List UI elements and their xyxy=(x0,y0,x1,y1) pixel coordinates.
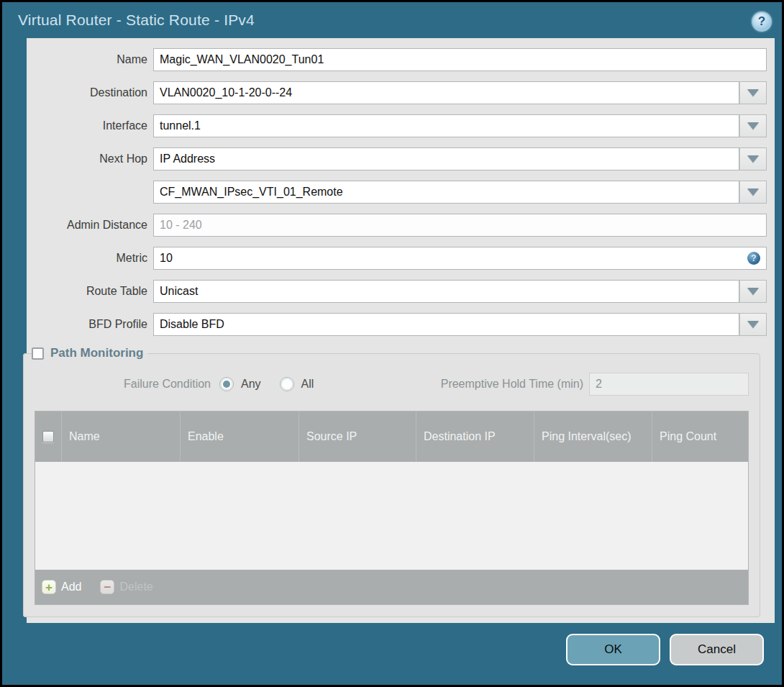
bfd-profile-input[interactable] xyxy=(153,313,739,336)
metric-label: Metric xyxy=(27,252,147,265)
route-table-row: Route Table xyxy=(27,280,767,303)
path-monitoring-group: Path Monitoring Failure Condition Any Al… xyxy=(23,346,760,617)
name-label: Name xyxy=(27,53,147,66)
interface-input[interactable] xyxy=(153,114,739,137)
ok-button[interactable]: OK xyxy=(566,634,660,665)
select-all-cell xyxy=(35,411,62,462)
dialog-body: Name Destination Interface xyxy=(27,38,775,623)
destination-input[interactable] xyxy=(153,81,739,104)
route-table-dropdown-button[interactable] xyxy=(739,280,767,303)
chevron-down-icon xyxy=(747,89,759,96)
failure-condition-option-all: All xyxy=(280,377,314,391)
bfd-profile-row: BFD Profile xyxy=(27,313,767,336)
add-button-label: Add xyxy=(61,581,81,593)
chevron-down-icon xyxy=(747,321,759,328)
column-header-ping-interval[interactable]: Ping Interval(sec) xyxy=(534,411,652,462)
preemptive-hold-time-label: Preemptive Hold Time (min) xyxy=(441,378,583,391)
chevron-down-icon xyxy=(747,155,759,163)
radio-all[interactable] xyxy=(280,377,294,391)
radio-any-label: Any xyxy=(241,378,261,391)
column-header-ping-count[interactable]: Ping Count xyxy=(652,411,748,462)
interface-label: Interface xyxy=(27,119,147,132)
path-monitoring-checkbox[interactable] xyxy=(32,347,44,360)
next-hop-address-row xyxy=(27,181,767,204)
chevron-down-icon xyxy=(747,188,759,196)
table-toolbar: + Add − Delete xyxy=(35,570,748,604)
admin-distance-label: Admin Distance xyxy=(27,219,147,232)
dialog-actions: OK Cancel xyxy=(566,634,764,665)
next-hop-label: Next Hop xyxy=(27,153,147,165)
preemptive-hold-time-input[interactable] xyxy=(589,373,749,396)
titlebar: Virtual Router - Static Route - IPv4 xyxy=(2,2,782,38)
path-monitoring-table: Name Enable Source IP Destination IP Pin… xyxy=(35,411,749,605)
path-monitoring-legend: Path Monitoring xyxy=(32,346,147,360)
chevron-down-icon xyxy=(747,288,759,295)
next-hop-address-dropdown-button[interactable] xyxy=(739,181,767,204)
destination-dropdown-button[interactable] xyxy=(739,81,767,104)
radio-any[interactable] xyxy=(219,377,234,391)
name-row: Name xyxy=(27,48,767,71)
path-monitoring-title: Path Monitoring xyxy=(50,346,143,360)
radio-all-label: All xyxy=(301,378,314,391)
route-table-label: Route Table xyxy=(27,285,147,298)
preemptive-hold-time-group: Preemptive Hold Time (min) xyxy=(441,373,749,396)
static-route-dialog: Virtual Router - Static Route - IPv4 ? N… xyxy=(2,2,782,685)
admin-distance-input[interactable] xyxy=(153,214,767,237)
column-header-source-ip[interactable]: Source IP xyxy=(299,411,416,462)
metric-help-icon[interactable]: ? xyxy=(747,252,760,265)
add-button[interactable]: + Add xyxy=(42,580,81,594)
destination-label: Destination xyxy=(27,86,147,99)
dialog-title: Virtual Router - Static Route - IPv4 xyxy=(18,12,255,29)
interface-row: Interface xyxy=(27,114,767,137)
table-header-row: Name Enable Source IP Destination IP Pin… xyxy=(35,411,748,462)
cancel-button[interactable]: Cancel xyxy=(670,634,764,665)
next-hop-type-input[interactable] xyxy=(153,147,739,170)
failure-condition-row: Failure Condition Any All Preemptive Hol… xyxy=(35,372,749,396)
destination-row: Destination xyxy=(27,81,767,104)
metric-row: Metric ? xyxy=(27,247,767,270)
next-hop-type-dropdown-button[interactable] xyxy=(739,147,767,170)
bfd-profile-label: BFD Profile xyxy=(27,318,147,331)
next-hop-address-input[interactable] xyxy=(153,181,739,204)
delete-button-label: Delete xyxy=(119,581,152,593)
delete-icon: − xyxy=(100,580,114,594)
table-body-empty xyxy=(35,462,748,570)
failure-condition-label: Failure Condition xyxy=(35,378,211,391)
name-input[interactable] xyxy=(153,48,767,71)
add-icon: + xyxy=(42,580,56,594)
interface-dropdown-button[interactable] xyxy=(739,114,767,137)
admin-distance-row: Admin Distance xyxy=(27,214,767,237)
dialog-window: Virtual Router - Static Route - IPv4 ? N… xyxy=(0,0,784,687)
select-all-checkbox[interactable] xyxy=(42,431,54,442)
delete-button[interactable]: − Delete xyxy=(100,580,152,594)
next-hop-row: Next Hop xyxy=(27,147,767,170)
column-header-destination-ip[interactable]: Destination IP xyxy=(416,411,534,462)
route-table-input[interactable] xyxy=(153,280,739,303)
column-header-name[interactable]: Name xyxy=(62,411,181,462)
bfd-profile-dropdown-button[interactable] xyxy=(739,313,767,336)
column-header-enable[interactable]: Enable xyxy=(181,411,299,462)
chevron-down-icon xyxy=(747,122,759,129)
metric-input[interactable] xyxy=(153,247,767,270)
failure-condition-option-any: Any xyxy=(219,377,261,391)
help-icon[interactable]: ? xyxy=(752,12,772,32)
